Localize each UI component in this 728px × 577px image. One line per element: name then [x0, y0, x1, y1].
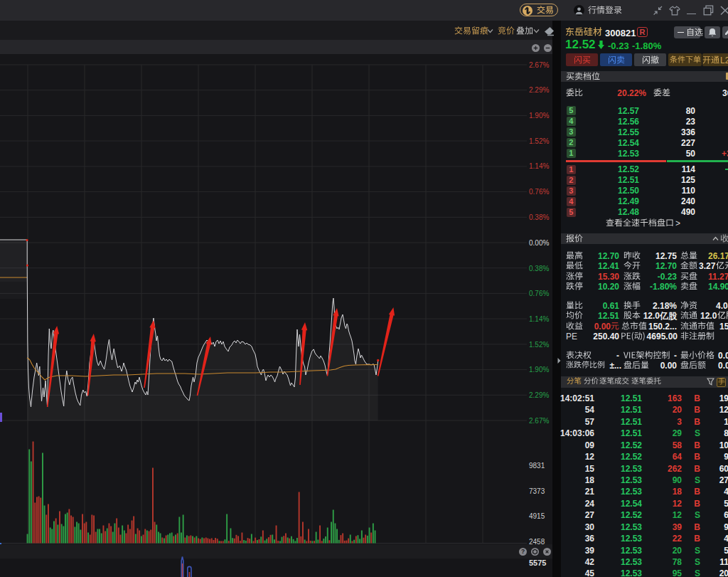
svg-text:2.67%: 2.67%	[529, 417, 549, 425]
svg-text:0.76%: 0.76%	[529, 290, 549, 297]
svg-text:1.90%: 1.90%	[529, 112, 549, 120]
svg-text:0.00%: 0.00%	[529, 239, 549, 247]
svg-text:7373: 7373	[529, 487, 545, 495]
svg-text:1.14%: 1.14%	[529, 315, 549, 323]
svg-text:0.38%: 0.38%	[529, 213, 549, 221]
svg-text:0.38%: 0.38%	[529, 265, 549, 272]
svg-text:2.29%: 2.29%	[529, 391, 549, 399]
svg-text:4915: 4915	[529, 512, 545, 520]
svg-text:9831: 9831	[529, 462, 545, 470]
svg-text:?: ?	[521, 548, 525, 555]
svg-text:1.52%: 1.52%	[529, 137, 549, 145]
svg-text:0.76%: 0.76%	[529, 188, 549, 196]
svg-text:1.52%: 1.52%	[529, 341, 549, 349]
svg-text:1.14%: 1.14%	[529, 162, 549, 170]
svg-text:2.67%: 2.67%	[529, 61, 549, 69]
svg-text:2.29%: 2.29%	[529, 86, 549, 94]
svg-text:1.90%: 1.90%	[529, 366, 549, 374]
